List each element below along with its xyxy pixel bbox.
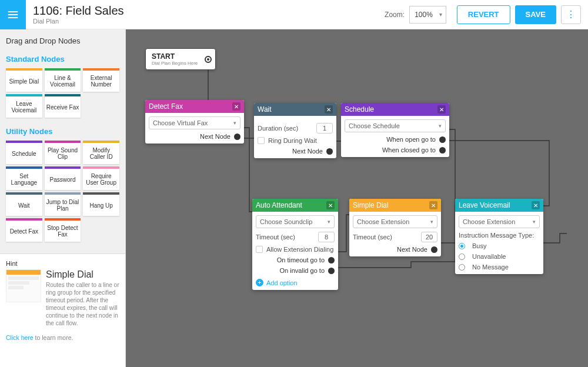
page-title: 1106: Field Sales	[33, 4, 385, 18]
wait-node[interactable]: Wait ✕ Duration (sec)1 Ring During Wait …	[254, 103, 336, 158]
output-port-closed[interactable]	[439, 147, 446, 154]
allow-ext-label: Allow Extension Dialing	[266, 246, 333, 253]
zoom-select[interactable]: 100%	[409, 6, 446, 24]
node-title: Leave Voicemail	[459, 201, 510, 209]
close-icon[interactable]: ✕	[326, 201, 335, 209]
start-subtitle: Dial Plan Begins Here	[152, 61, 198, 66]
next-node-label: Next Node	[200, 133, 230, 140]
output-port[interactable]	[205, 56, 212, 63]
palette-node[interactable]: Leave Voicemail	[6, 94, 42, 118]
node-title: Auto Attendant	[256, 201, 302, 209]
hint-panel: Hint Simple Dial Routes the caller to a …	[0, 253, 125, 367]
top-bar: 1106: Field Sales Dial Plan Zoom: 100% R…	[0, 0, 588, 29]
palette-node[interactable]: Require User Group	[83, 166, 119, 190]
leave-voicemail-node[interactable]: Leave Voicemail ✕ Choose Extension Instr…	[455, 199, 543, 274]
detect-fax-node[interactable]: Detect Fax ✕ Choose Virtual Fax Next Nod…	[145, 100, 244, 144]
hamburger-icon	[7, 9, 19, 21]
plus-icon: +	[256, 279, 263, 286]
palette-node[interactable]: Simple Dial	[6, 68, 42, 92]
palette-node[interactable]: Play Sound Clip	[45, 141, 81, 164]
no-message-radio[interactable]	[459, 264, 465, 271]
virtual-fax-select[interactable]: Choose Virtual Fax	[149, 116, 240, 129]
node-title: Schedule	[345, 105, 374, 114]
palette-node[interactable]: Modify Caller ID	[83, 141, 119, 164]
next-node-label: Next Node	[397, 246, 427, 253]
zoom-label: Zoom:	[385, 11, 405, 19]
timeout-label: Timeout (sec)	[353, 233, 392, 241]
start-title: START	[152, 52, 198, 61]
palette-node[interactable]: Receive Fax	[45, 94, 81, 118]
busy-label: Busy	[472, 242, 486, 249]
palette-node[interactable]: Set Language	[6, 166, 42, 190]
output-port-invalid[interactable]	[328, 268, 335, 274]
more-button[interactable]: ⋮	[561, 5, 581, 24]
save-button[interactable]: SAVE	[515, 5, 556, 24]
output-port[interactable]	[326, 148, 333, 155]
ring-checkbox[interactable]	[258, 137, 265, 144]
schedule-select[interactable]: Choose Schedule	[345, 119, 446, 132]
palette-node[interactable]: Line & Voicemail	[45, 68, 81, 92]
timeout-label: Timeout (sec)	[256, 233, 295, 241]
soundclip-select[interactable]: Choose Soundclip	[256, 215, 335, 228]
output-port-timeout[interactable]	[328, 257, 335, 263]
hint-title: Simple Dial	[46, 269, 119, 280]
palette-node[interactable]: Stop Detect Fax	[45, 218, 81, 242]
title-block: 1106: Field Sales Dial Plan	[33, 4, 385, 25]
extension-select[interactable]: Choose Extension	[353, 215, 437, 228]
revert-button[interactable]: REVERT	[457, 5, 510, 24]
duration-label: Duration (sec)	[258, 125, 298, 132]
node-title: Wait	[258, 105, 272, 114]
start-node[interactable]: START Dial Plan Begins Here	[145, 48, 216, 70]
on-invalid-label: On invalid go to	[280, 267, 325, 274]
palette-node[interactable]: External Number	[83, 68, 119, 92]
simple-dial-node[interactable]: Simple Dial ✕ Choose Extension Timeout (…	[349, 199, 441, 256]
extension-select[interactable]: Choose Extension	[459, 215, 540, 228]
next-node-label: Next Node	[292, 148, 323, 155]
close-icon[interactable]: ✕	[232, 102, 240, 111]
output-port-open[interactable]	[439, 136, 446, 143]
ring-label: Ring During Wait	[268, 137, 317, 144]
close-icon[interactable]: ✕	[325, 105, 333, 114]
hint-body: Routes the caller to a line or ring grou…	[46, 281, 119, 327]
open-label: When open go to	[386, 136, 436, 143]
timeout-input[interactable]: 8	[318, 232, 335, 242]
page-subtitle: Dial Plan	[33, 18, 385, 25]
palette-node[interactable]: Jump to Dial Plan	[45, 192, 81, 216]
close-icon[interactable]: ✕	[437, 105, 446, 114]
close-icon[interactable]: ✕	[532, 201, 540, 209]
hint-thumbnail	[6, 269, 41, 302]
duration-input[interactable]: 1	[316, 123, 333, 134]
schedule-node[interactable]: Schedule ✕ Choose Schedule When open go …	[341, 103, 449, 157]
auto-attendant-node[interactable]: Auto Attendant ✕ Choose Soundclip Timeou…	[252, 199, 338, 290]
connection-wires	[126, 29, 588, 367]
output-port[interactable]	[234, 134, 240, 140]
no-message-label: No Message	[472, 263, 509, 271]
hint-section-label: Hint	[6, 260, 119, 267]
busy-radio[interactable]	[459, 243, 465, 249]
output-port[interactable]	[431, 246, 437, 253]
unavailable-label: Unavailable	[472, 253, 506, 260]
on-timeout-label: On timeout go to	[277, 256, 325, 263]
hint-link[interactable]: Click here to learn more.	[6, 334, 119, 341]
menu-button[interactable]	[0, 0, 26, 29]
kebab-icon: ⋮	[566, 9, 576, 20]
palette-node[interactable]: Password	[45, 166, 81, 190]
palette-node[interactable]: Hang Up	[83, 192, 119, 216]
palette-node[interactable]: Detect Fax	[6, 218, 42, 242]
canvas[interactable]: START Dial Plan Begins Here Detect Fax ✕…	[126, 29, 588, 367]
standard-nodes-label: Standard Nodes	[6, 55, 119, 64]
palette-node[interactable]: Schedule	[6, 141, 42, 164]
allow-ext-checkbox[interactable]	[256, 246, 263, 253]
utility-nodes-label: Utility Nodes	[6, 127, 119, 136]
timeout-input[interactable]: 20	[421, 232, 437, 242]
instruction-label: Instruction Message Type:	[459, 232, 534, 239]
palette-node[interactable]: Wait	[6, 192, 42, 216]
node-title: Simple Dial	[353, 201, 389, 209]
closed-label: When closed go to	[382, 146, 436, 154]
add-option-button[interactable]: +Add option	[256, 279, 335, 286]
close-icon[interactable]: ✕	[429, 201, 437, 209]
sidebar-heading: Drag and Drop Nodes	[6, 36, 119, 45]
sidebar: Drag and Drop Nodes Standard Nodes Simpl…	[0, 29, 126, 367]
node-title: Detect Fax	[149, 102, 183, 111]
unavailable-radio[interactable]	[459, 253, 465, 260]
